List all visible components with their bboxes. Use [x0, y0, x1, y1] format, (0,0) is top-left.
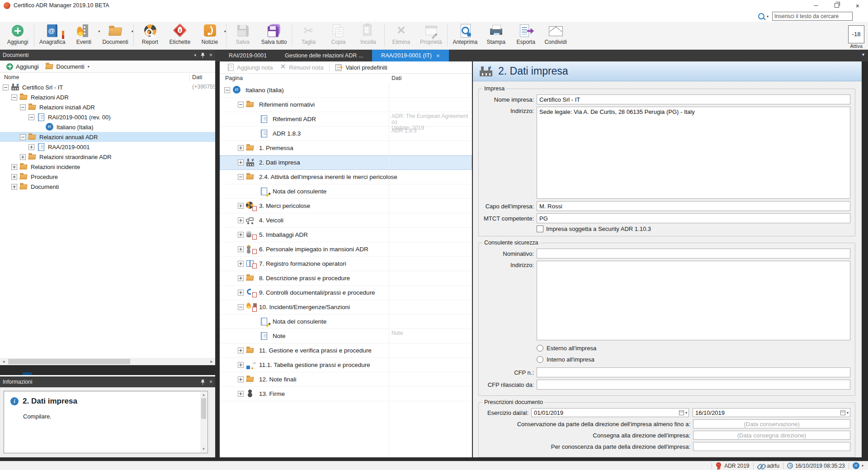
toolbar-esporta[interactable]: Esporta [511, 24, 541, 45]
conservazione-field[interactable] [693, 419, 850, 428]
page-row-descrizione[interactable]: 8. Descrizione prassi e procedure [220, 271, 472, 286]
toolbar-taglia[interactable]: Taglia [293, 24, 323, 45]
page-row-controlli[interactable]: 9. Controlli documentali/prassi e proced… [220, 286, 472, 300]
radio-interno-row[interactable]: Interno all'impresa [537, 356, 850, 363]
calendar-dropdown-button[interactable] [839, 409, 850, 417]
doc-tab-rai[interactable]: RAI/2019-0001 [220, 50, 276, 61]
language-selector[interactable]: IT ▾ [853, 462, 863, 469]
documents-filter-button[interactable]: Documenti ▾ [43, 61, 92, 71]
tree-expander[interactable] [238, 145, 244, 151]
page-row-nota-consulente-2[interactable]: Nota del consulente [220, 315, 472, 329]
tree-item-italiano[interactable]: Italiano (Italia) [0, 122, 215, 132]
page-row-riferimenti-normativi[interactable]: Riferimenti normativi [220, 98, 472, 112]
tree-expander[interactable] [11, 184, 17, 190]
adr-version-status[interactable]: ADR 2019 [716, 462, 749, 470]
tree-expander[interactable] [238, 261, 244, 267]
tree-expander[interactable] [238, 290, 244, 296]
toolbar-elimina[interactable]: Elimina [386, 24, 416, 45]
scroll-right-icon[interactable]: ► [208, 358, 215, 365]
remove-note-button[interactable]: Rimuovi nota [277, 63, 326, 72]
page-row-italiano[interactable]: Italiano (Italia) [220, 83, 472, 98]
panel-close-icon[interactable]: × [209, 52, 212, 58]
page-row-note[interactable]: Note Note [220, 329, 472, 343]
tree-expander[interactable] [20, 104, 26, 110]
column-header-dati[interactable]: Dati [192, 74, 202, 80]
tree-expander[interactable] [238, 160, 244, 165]
scroll-down-icon[interactable]: ▼ [200, 446, 207, 452]
tree-expander[interactable] [28, 114, 34, 120]
tree-item-relazioni-annuali[interactable]: Relazioni annuali ADR [0, 132, 215, 142]
toolbar-salva-tutto[interactable]: Salva tutto [258, 24, 291, 45]
column-header-nome[interactable]: Nome [4, 74, 19, 80]
tree-expander[interactable] [238, 304, 244, 310]
tree-item-relazioni-incidente[interactable]: Relazioni incidente [0, 162, 215, 172]
toolbar-report[interactable]: Report [135, 24, 165, 45]
indirizzo-consulente-field[interactable] [537, 261, 850, 340]
pin-icon[interactable] [200, 379, 205, 385]
tree-item-rai-2019-0001[interactable]: RAI/2019-0001 (rev. 00) [0, 112, 215, 122]
toolbar-stampa[interactable]: Stampa [481, 24, 511, 45]
consegna-field[interactable] [693, 431, 850, 440]
minimize-button[interactable] [806, 0, 826, 11]
panel-close-icon[interactable]: × [209, 379, 212, 385]
cfp-field[interactable] [537, 367, 850, 377]
indirizzo-impresa-field[interactable]: Sede legale: Via A. De Curtis, 28 06135 … [537, 107, 850, 199]
security-checkbox[interactable] [537, 226, 543, 232]
page-row-nota-consulente-1[interactable]: Nota del consulente [220, 184, 472, 199]
page-row-veicoli[interactable]: 4. Veicoli [220, 213, 472, 228]
bottom-tab-anagrafica[interactable] [3, 372, 12, 375]
interno-radio[interactable] [537, 356, 543, 363]
doc-tab-raa[interactable]: RAA/2019-0001 (IT) × [372, 50, 448, 61]
scroll-up-icon[interactable]: ▲ [200, 392, 207, 398]
scroll-left-icon[interactable]: ◄ [0, 358, 7, 365]
tree-expander[interactable] [11, 174, 17, 180]
tree-expander[interactable] [238, 174, 244, 180]
page-row-tabella[interactable]: 11.1. Tabella gestione prassi e procedur… [220, 358, 472, 372]
chevron-down-icon[interactable]: ▾ [132, 29, 133, 33]
tree-item-documenti[interactable]: Documenti [0, 182, 215, 192]
page-row-note-finali[interactable]: 12. Note finali [220, 372, 472, 387]
default-values-button[interactable]: Valori predefiniti [333, 63, 390, 72]
bottom-tab-documenti[interactable] [23, 372, 32, 375]
tree-expander[interactable] [238, 348, 244, 353]
page-row-attivita[interactable]: 2.4. Attività dell'impresa inerenti le m… [220, 170, 472, 184]
esercizio-al-input[interactable] [693, 408, 850, 417]
scrollbar-thumb[interactable] [201, 398, 206, 419]
user-status[interactable]: adrfu [757, 463, 779, 469]
tree-item-raa-2019-0001[interactable]: RAA/2019-0001 [0, 142, 215, 152]
tree-expander[interactable] [238, 391, 244, 397]
cfp-rilasciato-field[interactable] [537, 380, 850, 390]
toolbar-eventi[interactable]: ▾ Eventi [69, 24, 99, 45]
tree-expander[interactable] [3, 85, 9, 90]
toolbar-salva[interactable]: Salva [228, 24, 258, 45]
bottom-tab-eventi[interactable] [13, 372, 22, 375]
toolbar-condividi[interactable]: Condividi [541, 24, 571, 45]
tree-expander[interactable] [11, 94, 17, 100]
page-row-riferimenti-adr[interactable]: Riferimenti ADR ADR: The European Agreem… [220, 112, 472, 127]
esterno-radio[interactable] [537, 345, 543, 352]
tree-expander[interactable] [238, 246, 244, 252]
column-header-dati[interactable]: Dati [392, 75, 401, 81]
toolbar-proprieta[interactable]: Proprietà [416, 24, 446, 45]
chevron-down-icon[interactable]: ▾ [224, 29, 226, 33]
tree-item-relazioni-iniziali[interactable]: Relazioni iniziali ADR [0, 102, 215, 112]
esercizio-dal-input[interactable] [531, 408, 689, 417]
add-note-button[interactable]: Aggiungi nota [224, 63, 276, 72]
toolbar-etichette[interactable]: Etichette [165, 24, 195, 45]
page-row-gestione[interactable]: 11. Gestione e verifica prassi e procedu… [220, 343, 472, 358]
tree-expander[interactable] [28, 144, 34, 150]
toolbar-aggiungi[interactable]: Aggiungi [3, 24, 33, 45]
scrollbar-thumb[interactable] [8, 359, 130, 364]
page-row-merci-pericolose[interactable]: 3. Merci pericolose [220, 199, 472, 213]
tree-item-relazioni-straordinarie[interactable]: Relazioni straordinarie ADR [0, 152, 215, 162]
radio-esterno-row[interactable]: Esterno all'impresa [537, 345, 850, 352]
page-row-firme[interactable]: 13. Firme [220, 387, 472, 401]
page-row-imballaggi[interactable]: 5. Imballaggi ADR [220, 228, 472, 242]
toolbar-anteprima[interactable]: Anteprima [449, 24, 481, 45]
toolbar-notizie[interactable]: ▾ Notizie [195, 24, 225, 45]
tree-expander[interactable] [11, 164, 17, 170]
tree-item-procedure[interactable]: Procedure [0, 172, 215, 182]
page-row-registro[interactable]: 7. Registro formazione operatori [220, 257, 472, 271]
tree-item-relazioni-adr[interactable]: Relazioni ADR [0, 92, 215, 102]
close-button[interactable]: × [847, 0, 868, 11]
